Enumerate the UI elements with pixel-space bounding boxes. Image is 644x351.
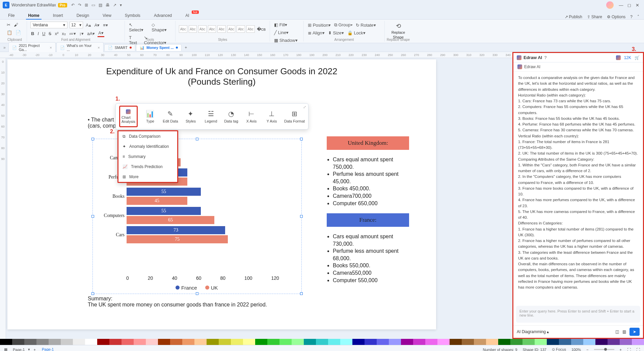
color-swatch[interactable] <box>328 339 340 345</box>
color-swatch[interactable] <box>219 339 231 345</box>
color-swatch[interactable] <box>547 339 559 345</box>
color-swatch[interactable] <box>12 339 24 345</box>
close-button[interactable]: ✕ <box>633 3 641 8</box>
color-swatch[interactable] <box>231 339 243 345</box>
fullscreen-icon[interactable]: ⛶ <box>636 348 640 351</box>
zoom-slider[interactable] <box>594 349 614 350</box>
color-swatch[interactable] <box>316 339 328 345</box>
font-color-icon[interactable]: A▾ <box>98 30 104 37</box>
color-swatch[interactable] <box>437 339 450 345</box>
color-swatch[interactable] <box>243 339 255 345</box>
select-tool[interactable]: ↖ Select▾ <box>128 22 149 33</box>
data-comparison-item[interactable]: ⧉Data Comparison <box>118 131 177 141</box>
color-swatch[interactable] <box>0 339 12 345</box>
color-swatch[interactable] <box>401 339 413 345</box>
color-swatch[interactable] <box>535 339 547 345</box>
style-preset[interactable]: Abc <box>217 25 226 33</box>
color-swatch[interactable] <box>377 339 389 345</box>
summary-item[interactable]: ≡Summary <box>118 152 177 162</box>
chart-analysis-button[interactable]: ChartAnalysis <box>119 106 138 127</box>
color-swatch[interactable] <box>462 339 474 345</box>
color-swatch[interactable] <box>73 339 85 345</box>
color-swatch[interactable] <box>109 339 122 345</box>
options-button[interactable]: ⚙ Options <box>607 15 625 19</box>
shrink-font-icon[interactable]: A▾ <box>94 22 101 28</box>
color-swatch[interactable] <box>49 339 61 345</box>
ai-action2-icon[interactable]: ▥ <box>622 329 626 334</box>
yaxis-button[interactable]: ⊥Y Axis <box>264 106 279 127</box>
color-swatch[interactable] <box>486 339 498 345</box>
collapse-ribbon-icon[interactable]: ˄ <box>637 15 639 19</box>
color-swatch[interactable] <box>24 339 36 345</box>
color-swatch[interactable] <box>352 339 365 345</box>
publish-button[interactable]: ↗ Publish <box>565 15 582 19</box>
trends-item[interactable]: 📈Trends Prediction <box>118 162 177 172</box>
color-swatch[interactable] <box>134 339 146 345</box>
doc-tab[interactable]: 📄What's on Your ...× <box>56 42 104 53</box>
styles-more-icon[interactable]: �св <box>256 26 266 32</box>
grow-font-icon[interactable]: A▴ <box>85 22 92 28</box>
tab-design[interactable]: Design <box>75 12 91 19</box>
ai-action1-icon[interactable]: ◫ <box>615 329 619 334</box>
bullets-icon[interactable]: ≔▾ <box>69 30 77 37</box>
color-swatch[interactable] <box>450 339 462 345</box>
style-preset[interactable]: Abc <box>198 25 207 33</box>
open-icon[interactable]: ▭ <box>91 3 95 7</box>
anomaly-item[interactable]: ✦Anomaly Identification <box>118 141 177 152</box>
export-icon[interactable]: ↗ <box>113 3 116 7</box>
canvas-page[interactable]: Expenditure of Uk and France on Consumer… <box>7 59 436 329</box>
color-swatch[interactable] <box>146 339 158 345</box>
color-swatch[interactable] <box>498 339 510 345</box>
tab-advanced[interactable]: Advanced <box>152 12 174 19</box>
color-swatch[interactable] <box>85 339 97 345</box>
doc-tab[interactable]: 📄2021 Project Ga...× <box>8 42 56 53</box>
color-swatch[interactable] <box>292 339 304 345</box>
edit-data-button[interactable]: ✎Edit Data <box>163 106 178 127</box>
color-swatch[interactable] <box>182 339 194 345</box>
style-preset[interactable]: Abc <box>246 25 255 33</box>
color-swatch[interactable] <box>583 339 595 345</box>
color-swatch[interactable] <box>122 339 134 345</box>
new-icon[interactable]: ⊞ <box>85 3 88 7</box>
shape-tool[interactable]: ◇ Shape▾ <box>151 22 172 33</box>
color-swatch[interactable] <box>522 339 535 345</box>
focus-button[interactable]: ⊙ Focus <box>552 347 566 351</box>
italic-icon[interactable]: I <box>37 30 39 37</box>
ai-diagramming-button[interactable]: AI Diagramming ▴ <box>517 329 549 334</box>
align-button[interactable]: ≣ Align▾ <box>307 30 325 36</box>
save-icon[interactable]: ▤ <box>99 3 102 7</box>
send-button[interactable]: ➤ <box>629 328 640 336</box>
close-tab-icon[interactable]: × <box>50 46 52 50</box>
color-swatch[interactable] <box>510 339 522 345</box>
color-swatch[interactable] <box>559 339 571 345</box>
color-swatch[interactable] <box>571 339 583 345</box>
color-swatch[interactable] <box>474 339 486 345</box>
redo-icon[interactable]: ↷ <box>78 3 81 7</box>
tab-symbols[interactable]: Symbols <box>123 12 142 19</box>
paste-icon[interactable]: 📄 <box>15 29 22 36</box>
color-swatch[interactable] <box>608 339 620 345</box>
ai-input[interactable]: Enter your query here. Press Enter to se… <box>516 306 640 323</box>
expand-tabs-icon[interactable]: » <box>3 45 6 50</box>
color-swatch[interactable] <box>97 339 109 345</box>
cut-icon[interactable]: ✂ <box>6 22 11 28</box>
group-button[interactable]: ⧉ Group▾ <box>333 22 353 28</box>
subscript-icon[interactable]: x₂ <box>61 30 66 37</box>
color-swatch[interactable] <box>304 339 316 345</box>
line-spacing-icon[interactable]: ↕▾ <box>79 30 85 37</box>
add-page-button[interactable]: + <box>33 348 35 351</box>
style-preset[interactable]: Abc <box>179 25 187 33</box>
zoom-in-button[interactable]: + <box>620 348 622 351</box>
underline-icon[interactable]: U <box>42 30 46 37</box>
xaxis-button[interactable]: ⊢X Axis <box>244 106 259 127</box>
minimize-button[interactable]: — <box>617 3 625 8</box>
color-swatch[interactable] <box>207 339 219 345</box>
color-palette[interactable] <box>0 339 644 345</box>
bold-icon[interactable]: B <box>30 30 35 37</box>
more-item[interactable]: ⊞More <box>118 172 177 182</box>
legend-button[interactable]: ☱Legend <box>203 106 219 127</box>
add-tab-button[interactable]: + <box>182 45 190 50</box>
france-info-box[interactable]: France: Cars equal amount spent 730,000.… <box>327 213 409 284</box>
user-avatar[interactable] <box>606 1 614 9</box>
color-swatch[interactable] <box>425 339 437 345</box>
